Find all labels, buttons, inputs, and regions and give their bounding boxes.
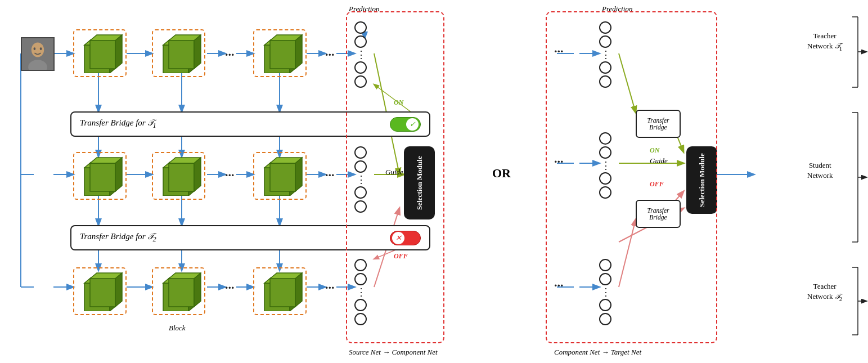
dots-r3: ··· bbox=[225, 280, 235, 295]
block-group-r3-b1 bbox=[73, 267, 127, 315]
svg-marker-95 bbox=[115, 158, 122, 191]
off-label-left: OFF bbox=[394, 252, 408, 261]
prediction-label-left: Prediction bbox=[349, 5, 379, 14]
block-label: Block bbox=[169, 324, 186, 333]
block-group-r1-b1 bbox=[73, 29, 127, 77]
input-image bbox=[21, 37, 55, 71]
svg-point-70 bbox=[34, 47, 36, 50]
svg-marker-125 bbox=[295, 273, 302, 307]
teacher-network-t1-label: TeacherNetwork 𝒯1 bbox=[807, 31, 842, 53]
dots2-r2: ··· bbox=[325, 168, 335, 182]
svg-marker-119 bbox=[194, 273, 201, 307]
cube-svg-r1-b1 bbox=[78, 34, 123, 73]
svg-marker-99 bbox=[169, 163, 194, 191]
block-group-r2-b2 bbox=[152, 152, 205, 200]
svg-point-68 bbox=[32, 42, 44, 57]
block-group-r2-b1 bbox=[73, 152, 127, 200]
svg-point-71 bbox=[40, 47, 42, 50]
svg-marker-89 bbox=[295, 35, 302, 69]
block-group-r1-b3 bbox=[253, 29, 307, 77]
svg-marker-123 bbox=[270, 279, 295, 307]
svg-marker-83 bbox=[194, 35, 201, 69]
svg-marker-75 bbox=[90, 41, 115, 69]
block-group-r3-b2 bbox=[152, 267, 205, 315]
source-net-label: Source Net → Component Net bbox=[349, 348, 438, 357]
tb-t1-label: Transfer Bridge for 𝒯1 bbox=[80, 118, 156, 130]
svg-marker-101 bbox=[194, 158, 201, 191]
source-net-border bbox=[346, 11, 444, 343]
block-group-r1-b2 bbox=[152, 29, 205, 77]
component-net-label: Component Net → Target Net bbox=[554, 348, 641, 357]
svg-marker-117 bbox=[169, 279, 194, 307]
cube-svg-r1-b2 bbox=[156, 34, 201, 73]
cube-svg-r1-b3 bbox=[258, 34, 303, 73]
dots-r2: ··· bbox=[225, 168, 235, 182]
svg-marker-93 bbox=[90, 163, 115, 191]
teacher-network-t2-label: TeacherNetwork 𝒯2 bbox=[807, 281, 842, 303]
svg-marker-87 bbox=[270, 41, 295, 69]
svg-marker-77 bbox=[115, 35, 122, 69]
svg-marker-81 bbox=[169, 41, 194, 69]
guide-label-left: Guide bbox=[385, 168, 403, 177]
component-net-border bbox=[546, 11, 717, 343]
diagram-container: ··· ··· Transfer Bridge for 𝒯1 ✓ bbox=[0, 0, 868, 363]
dots-r1: ··· bbox=[225, 47, 235, 62]
face-icon bbox=[22, 38, 53, 70]
svg-marker-113 bbox=[115, 273, 122, 307]
svg-marker-107 bbox=[295, 158, 302, 191]
or-label: OR bbox=[492, 166, 511, 181]
block-group-r3-b3 bbox=[253, 267, 307, 315]
svg-marker-105 bbox=[270, 163, 295, 191]
svg-marker-111 bbox=[90, 279, 115, 307]
dots2-r3: ··· bbox=[325, 280, 335, 295]
block-group-r2-b3 bbox=[253, 152, 307, 200]
on-label-left: ON bbox=[394, 98, 403, 107]
tb-t2-label: Transfer Bridge for 𝒯2 bbox=[80, 232, 156, 244]
student-network-label: StudentNetwork bbox=[807, 160, 833, 181]
dots2-r1: ··· bbox=[325, 47, 335, 62]
prediction-label-right: Prediction bbox=[602, 5, 632, 14]
